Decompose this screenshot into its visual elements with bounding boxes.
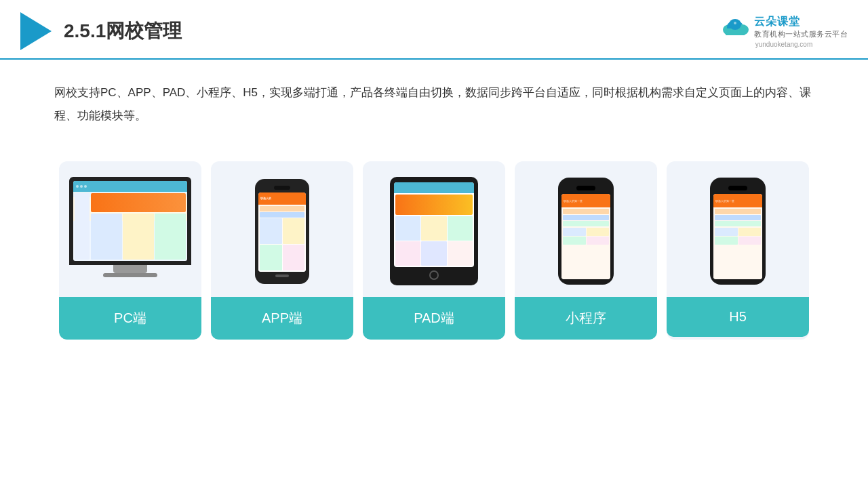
mini-phone-mockup-1: 职选人的第一堂: [558, 178, 614, 285]
card-pc-image: [59, 161, 201, 297]
card-pad: PAD端: [363, 161, 505, 340]
brand-logo: 云朵课堂 教育机构一站式服务云平台: [720, 15, 848, 39]
cloud-logo-icon: [720, 16, 750, 38]
card-pc: PC端: [59, 161, 201, 340]
brand-url: yunduoketang.com: [755, 41, 813, 48]
brand-tagline: 教育机构一站式服务云平台: [754, 29, 848, 39]
tablet-mockup: [390, 177, 478, 285]
card-h5: 职选人的第一堂: [667, 161, 809, 340]
description-text: 网校支持PC、APP、PAD、小程序、H5，实现多端打通，产品各终端自由切换，数…: [0, 60, 868, 127]
logo-triangle-icon: [20, 12, 52, 50]
card-pad-image: [363, 161, 505, 297]
card-app: 职选人的: [211, 161, 353, 340]
card-h5-label: H5: [667, 297, 809, 337]
card-app-image: 职选人的: [211, 161, 353, 297]
card-pad-label: PAD端: [363, 297, 505, 340]
page-title: 2.5.1网校管理: [64, 18, 182, 44]
card-app-label: APP端: [211, 297, 353, 340]
header-left: 2.5.1网校管理: [20, 12, 182, 50]
brand-section: 云朵课堂 教育机构一站式服务云平台 yunduoketang.com: [720, 15, 848, 48]
mini-phone-mockup-2: 职选人的第一堂: [710, 178, 766, 285]
card-miniapp-label: 小程序: [515, 297, 657, 340]
svg-point-5: [734, 22, 736, 24]
card-miniapp-image: 职选人的第一堂: [515, 161, 657, 297]
card-h5-image: 职选人的第一堂: [667, 161, 809, 297]
card-miniapp: 职选人的第一堂: [515, 161, 657, 340]
pc-mockup: [69, 177, 191, 285]
card-pc-label: PC端: [59, 297, 201, 340]
header: 2.5.1网校管理 云朵课堂 教育机构一站式服务云平台 yunduoketang…: [0, 0, 868, 60]
phone-mockup-app: 职选人的: [255, 179, 309, 284]
brand-name: 云朵课堂: [754, 15, 848, 29]
platform-cards: PC端 职选人的: [0, 134, 868, 340]
